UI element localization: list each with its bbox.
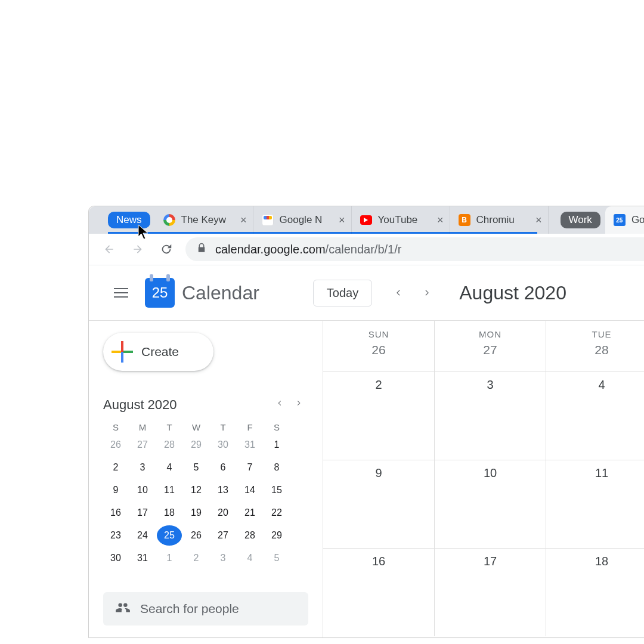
- view-month-label: August 2020: [459, 282, 566, 304]
- mini-day[interactable]: 27: [210, 525, 236, 546]
- menu-icon[interactable]: [107, 278, 135, 307]
- tab-title: YouTube: [378, 214, 436, 226]
- mini-day[interactable]: 2: [103, 457, 128, 478]
- mini-day[interactable]: 6: [210, 457, 236, 478]
- close-icon[interactable]: ×: [338, 214, 346, 227]
- mini-day[interactable]: 13: [210, 480, 236, 500]
- mini-day[interactable]: 14: [237, 480, 262, 500]
- close-icon[interactable]: ×: [436, 214, 445, 227]
- mini-day[interactable]: 31: [130, 548, 155, 568]
- mini-dow-label: S: [103, 422, 128, 432]
- mini-day[interactable]: 31: [237, 435, 262, 455]
- date-label: 26: [323, 343, 434, 357]
- mini-day[interactable]: 10: [130, 480, 155, 500]
- address-bar[interactable]: calendar.google.com/calendar/b/1/r: [185, 237, 644, 261]
- mini-day[interactable]: 3: [130, 457, 155, 478]
- tab-title: Chromiu: [476, 214, 534, 226]
- mini-day[interactable]: 11: [157, 480, 182, 500]
- mini-day[interactable]: 18: [157, 503, 182, 523]
- create-button[interactable]: Create: [103, 333, 213, 371]
- grid-cell[interactable]: 9: [323, 460, 435, 548]
- mini-day[interactable]: 2: [184, 548, 209, 568]
- mini-day[interactable]: 20: [210, 503, 236, 523]
- mini-day[interactable]: 4: [237, 548, 262, 568]
- close-icon[interactable]: ×: [239, 214, 248, 227]
- tab-calendar[interactable]: 25 Goo: [605, 206, 644, 234]
- grid-cell[interactable]: 3: [435, 372, 546, 460]
- date-label: 27: [435, 343, 546, 357]
- mini-calendar: August 2020 SMTWTFS262728293031123456789…: [103, 397, 308, 568]
- people-icon: [115, 600, 131, 618]
- browser-toolbar: calendar.google.com/calendar/b/1/r: [89, 234, 644, 265]
- mini-day[interactable]: 4: [157, 457, 182, 478]
- mini-day[interactable]: 26: [103, 435, 128, 455]
- tab-chromium[interactable]: B Chromiu ×: [450, 206, 549, 234]
- mini-day[interactable]: 8: [264, 457, 289, 478]
- mini-day[interactable]: 27: [130, 435, 155, 455]
- mini-day[interactable]: 30: [210, 435, 236, 455]
- close-icon[interactable]: ×: [534, 214, 543, 227]
- tab-strip: News The Keyw × Google N × YouTube × B C…: [89, 206, 644, 234]
- mini-day[interactable]: 5: [264, 548, 289, 568]
- grid-cell[interactable]: 2: [323, 372, 435, 460]
- create-label: Create: [141, 345, 179, 359]
- blogger-icon: B: [459, 214, 470, 226]
- mini-day[interactable]: 23: [103, 525, 128, 546]
- mini-day[interactable]: 5: [184, 457, 209, 478]
- calendar-body: Create August 2020 SMTWTFS26272829303112…: [89, 321, 644, 637]
- mini-day[interactable]: 17: [130, 503, 155, 523]
- mini-day[interactable]: 24: [130, 525, 155, 546]
- mini-day[interactable]: 1: [157, 548, 182, 568]
- tab-youtube[interactable]: YouTube ×: [352, 206, 450, 234]
- mini-day[interactable]: 9: [103, 480, 128, 500]
- tab-keyword[interactable]: The Keyw ×: [155, 206, 253, 234]
- sidebar: Create August 2020 SMTWTFS26272829303112…: [89, 321, 323, 637]
- url-host: calendar.google.com: [215, 243, 326, 256]
- mini-dow-label: S: [264, 422, 289, 432]
- main-calendar-grid: SUN26MON27TUE28 23491011161718: [323, 321, 644, 637]
- calendar-icon: 25: [614, 214, 626, 226]
- mini-day[interactable]: 25: [157, 525, 182, 546]
- back-button[interactable]: [97, 237, 121, 261]
- mini-day[interactable]: 29: [184, 435, 209, 455]
- mini-day[interactable]: 21: [237, 503, 262, 523]
- grid-cell[interactable]: 18: [546, 549, 644, 636]
- mini-day[interactable]: 7: [237, 457, 262, 478]
- mini-next-button[interactable]: [295, 397, 302, 413]
- mini-day[interactable]: 3: [210, 548, 236, 568]
- mini-day[interactable]: 12: [184, 480, 209, 500]
- grid-column-header: MON27: [435, 321, 546, 371]
- today-button[interactable]: Today: [313, 280, 372, 306]
- tab-google-news[interactable]: Google N ×: [253, 206, 352, 234]
- mini-prev-button[interactable]: [276, 397, 283, 413]
- plus-icon: [112, 341, 133, 363]
- tab-title: Google N: [280, 214, 338, 226]
- url-path: /calendar/b/1/r: [326, 243, 402, 256]
- mini-day[interactable]: 26: [184, 525, 209, 546]
- reload-button[interactable]: [154, 237, 178, 261]
- mini-day[interactable]: 1: [264, 435, 289, 455]
- tab-title: Goo: [631, 214, 644, 226]
- mini-day[interactable]: 28: [237, 525, 262, 546]
- next-period-button[interactable]: [413, 278, 441, 307]
- mini-day[interactable]: 16: [103, 503, 128, 523]
- grid-cell[interactable]: 16: [323, 549, 435, 636]
- forward-button[interactable]: [126, 237, 150, 261]
- mini-day[interactable]: 22: [264, 503, 289, 523]
- grid-cell[interactable]: 17: [435, 549, 546, 636]
- grid-cell[interactable]: 4: [546, 372, 644, 460]
- tab-group-news[interactable]: News: [108, 212, 150, 228]
- tab-group-work[interactable]: Work: [561, 212, 600, 228]
- lock-icon: [196, 243, 207, 256]
- mini-day[interactable]: 15: [264, 480, 289, 500]
- grid-cell[interactable]: 10: [435, 460, 546, 548]
- mini-day[interactable]: 19: [184, 503, 209, 523]
- calendar-logo-icon: 25: [145, 278, 175, 308]
- search-people-input[interactable]: Search for people: [103, 592, 308, 626]
- mini-day[interactable]: 29: [264, 525, 289, 546]
- mini-day[interactable]: 28: [157, 435, 182, 455]
- mini-day[interactable]: 30: [103, 548, 128, 568]
- dow-label: TUE: [546, 329, 644, 339]
- grid-cell[interactable]: 11: [546, 460, 644, 548]
- prev-period-button[interactable]: [384, 278, 413, 307]
